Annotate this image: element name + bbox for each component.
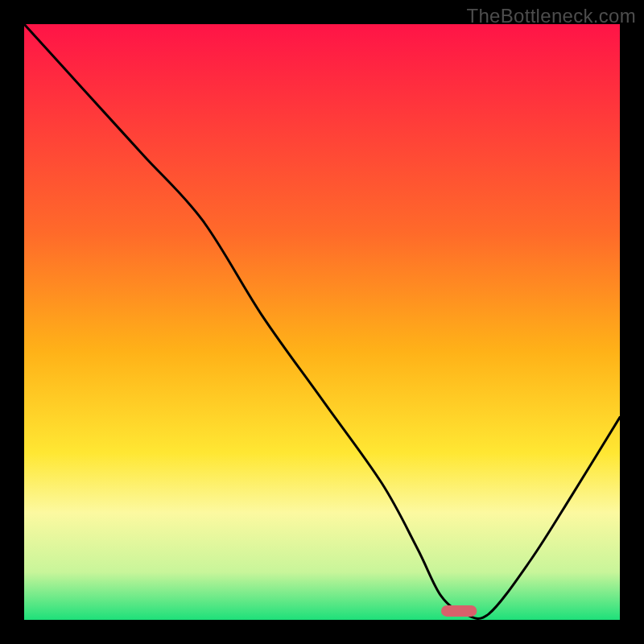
bottleneck-chart xyxy=(0,0,644,644)
optimal-marker xyxy=(441,605,477,617)
chart-plot-bg xyxy=(24,24,620,620)
chart-container: TheBottleneck.com xyxy=(0,0,644,644)
watermark-text: TheBottleneck.com xyxy=(466,5,636,27)
